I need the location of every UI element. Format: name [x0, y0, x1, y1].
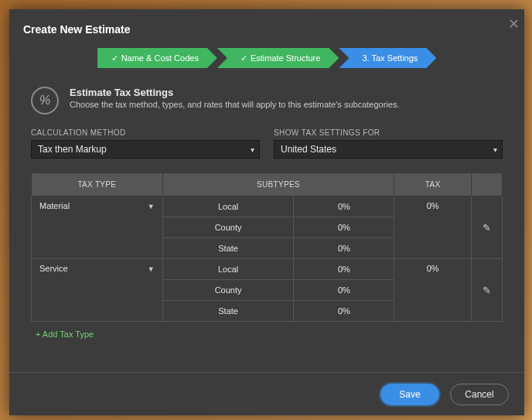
edit-cell: ✎	[472, 196, 503, 259]
table-row: Service ▼ Local 0% 0% ✎	[32, 259, 503, 280]
subtype-rate: 0%	[294, 217, 394, 238]
add-tax-type-link[interactable]: + Add Tax Type	[36, 330, 94, 339]
chevron-down-icon: ▼	[148, 265, 155, 273]
modal-footer: Save Cancel	[9, 372, 524, 415]
cancel-button[interactable]: Cancel	[450, 384, 509, 405]
subtype-rate: 0%	[294, 280, 394, 301]
step-name-cost-codes[interactable]: ✓Name & Cost Codes	[97, 48, 217, 68]
type-tax-cell: 0%	[394, 196, 472, 259]
table-row: Material ▼ Local 0% 0% ✎	[32, 196, 503, 217]
th-edit	[472, 173, 503, 196]
save-button[interactable]: Save	[380, 384, 439, 405]
calc-method-select[interactable]: Tax then Markup	[31, 140, 260, 159]
wizard-steps: ✓Name & Cost Codes ✓Estimate Structure 3…	[9, 48, 524, 68]
section-desc: Choose the tax method, types, and rates …	[70, 100, 399, 109]
region-select[interactable]: United States	[274, 140, 503, 159]
check-icon: ✓	[111, 53, 118, 63]
th-tax: TAX	[394, 173, 472, 196]
step-estimate-structure[interactable]: ✓Estimate Structure	[217, 48, 339, 68]
tax-table: TAX TYPE SUBTYPES TAX Material ▼ Local 0…	[31, 172, 503, 322]
pencil-icon[interactable]: ✎	[483, 222, 491, 234]
chevron-down-icon: ▼	[148, 203, 155, 210]
subtype-cell: County	[162, 217, 294, 238]
subtype-rate: 0%	[294, 301, 394, 322]
subtype-cell: Local	[162, 196, 294, 217]
create-estimate-modal: ✕ Create New Estimate ✓Name & Cost Codes…	[9, 9, 524, 415]
step-tax-settings[interactable]: 3. Tax Settings	[339, 48, 436, 68]
th-tax-type: TAX TYPE	[32, 173, 163, 196]
pencil-icon[interactable]: ✎	[483, 285, 491, 296]
tax-type-cell[interactable]: Material ▼	[32, 196, 163, 259]
calc-method-label: CALCULATION METHOD	[31, 128, 260, 137]
th-subtypes: SUBTYPES	[162, 173, 394, 196]
region-label: SHOW TAX SETTINGS FOR	[274, 128, 503, 137]
subtype-rate: 0%	[294, 259, 394, 280]
check-icon: ✓	[240, 53, 247, 63]
subtype-cell: State	[162, 301, 294, 322]
type-tax-cell: 0%	[394, 259, 472, 322]
subtype-cell: State	[162, 238, 294, 259]
close-icon[interactable]: ✕	[508, 15, 520, 32]
section-title: Estimate Tax Settings	[70, 87, 399, 98]
subtype-cell: Local	[162, 259, 294, 280]
subtype-cell: County	[162, 280, 294, 301]
tax-type-cell[interactable]: Service ▼	[32, 259, 163, 322]
subtype-rate: 0%	[294, 196, 394, 217]
percent-icon: %	[31, 87, 59, 114]
modal-title: Create New Estimate	[9, 9, 524, 46]
subtype-rate: 0%	[294, 238, 394, 259]
edit-cell: ✎	[472, 259, 503, 322]
